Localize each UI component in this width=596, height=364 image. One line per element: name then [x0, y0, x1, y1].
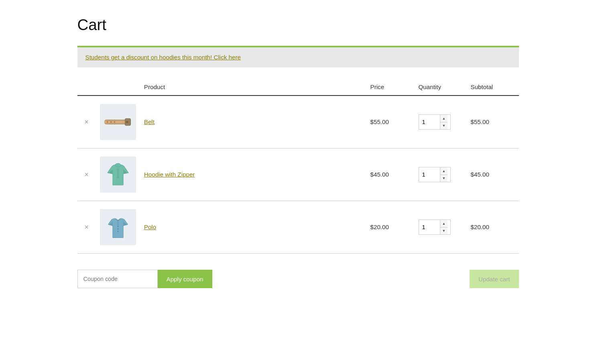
svg-point-7: [115, 163, 121, 167]
remove-item-button[interactable]: ×: [81, 169, 92, 181]
product-link[interactable]: Polo: [144, 224, 156, 230]
table-row: × Polo $20.00: [77, 201, 519, 254]
product-subtotal: $20.00: [471, 224, 489, 230]
product-link[interactable]: Hoodie with Zipper: [144, 171, 195, 178]
qty-decrement-button[interactable]: ▼: [440, 228, 448, 235]
cart-actions: Apply coupon Update cart: [77, 266, 519, 296]
svg-rect-3: [126, 121, 128, 123]
quantity-input[interactable]: [419, 220, 440, 234]
col-header-price: Price: [366, 79, 415, 96]
product-link[interactable]: Belt: [144, 118, 155, 125]
qty-increment-button[interactable]: ▲: [440, 115, 448, 122]
product-image: [100, 209, 136, 245]
promo-banner: Students get a discount on hoodies this …: [77, 46, 519, 67]
update-cart-button[interactable]: Update cart: [470, 270, 519, 288]
qty-decrement-button[interactable]: ▼: [440, 175, 448, 182]
product-price: $20.00: [370, 224, 389, 230]
col-header-quantity: Quantity: [415, 79, 467, 96]
quantity-input[interactable]: [419, 115, 440, 129]
quantity-input[interactable]: [419, 167, 440, 182]
product-subtotal: $55.00: [471, 118, 489, 125]
svg-point-5: [110, 121, 112, 123]
page-title: Cart: [77, 16, 519, 34]
apply-coupon-button[interactable]: Apply coupon: [158, 270, 212, 288]
coupon-input[interactable]: [77, 270, 158, 288]
col-header-product: Product: [140, 79, 366, 96]
cart-table: Product Price Quantity Subtotal ×: [77, 79, 519, 254]
remove-item-button[interactable]: ×: [81, 222, 92, 233]
svg-point-8: [117, 226, 119, 228]
quantity-stepper[interactable]: ▲ ▼: [419, 114, 451, 130]
svg-point-10: [117, 231, 119, 232]
svg-point-9: [117, 228, 119, 230]
qty-increment-button[interactable]: ▲: [440, 167, 448, 175]
remove-item-button[interactable]: ×: [81, 116, 92, 128]
col-header-remove: [77, 79, 96, 96]
product-price: $55.00: [370, 118, 389, 125]
table-row: × Belt $55.00: [77, 96, 519, 148]
product-subtotal: $45.00: [471, 171, 489, 178]
quantity-stepper[interactable]: ▲ ▼: [419, 220, 451, 235]
qty-increment-button[interactable]: ▲: [440, 220, 448, 228]
promo-link[interactable]: Students get a discount on hoodies this …: [85, 54, 241, 61]
svg-point-4: [107, 121, 108, 123]
col-header-image: [96, 79, 140, 96]
quantity-stepper[interactable]: ▲ ▼: [419, 167, 451, 182]
product-image: [100, 104, 136, 140]
table-row: × Hoodie with Zipper $45.00: [77, 148, 519, 201]
coupon-area: Apply coupon: [77, 270, 212, 288]
qty-decrement-button[interactable]: ▼: [440, 122, 448, 130]
col-header-subtotal: Subtotal: [467, 79, 519, 96]
product-price: $45.00: [370, 171, 389, 178]
svg-point-6: [114, 121, 115, 123]
product-image: [100, 157, 136, 193]
